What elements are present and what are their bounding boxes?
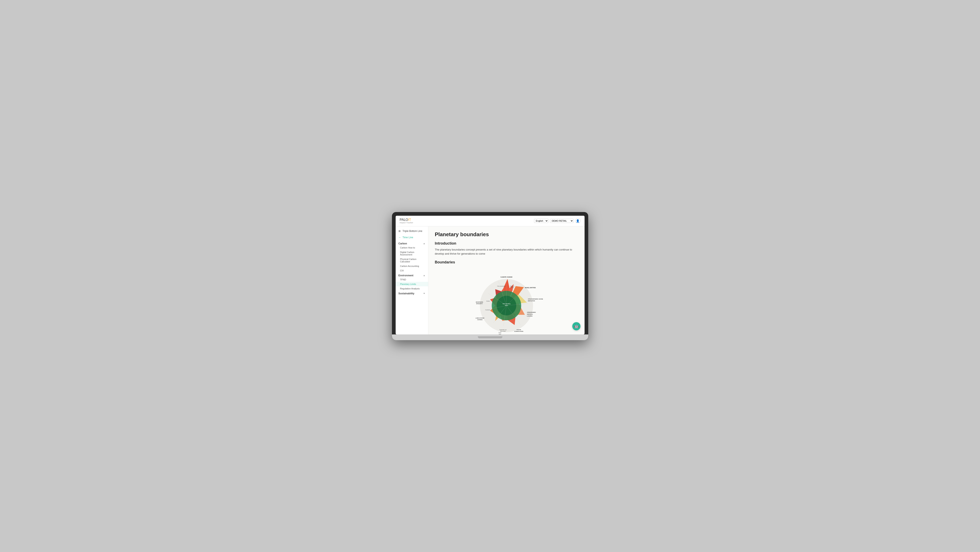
language-select[interactable]: English French German bbox=[534, 219, 548, 223]
sidebar-item-planetary-limits[interactable]: Planetary Limits bbox=[396, 282, 428, 286]
timeline-icon: ～ bbox=[398, 236, 401, 239]
main-content: Planetary boundaries Introduction The pl… bbox=[428, 227, 585, 334]
user-icon[interactable]: 👤 bbox=[575, 218, 581, 223]
svg-text:Radiative: Radiative bbox=[510, 286, 514, 287]
sidebar-section-carbon[interactable]: Carbon ▲ bbox=[396, 241, 428, 246]
sidebar-item-cix[interactable]: CIX bbox=[396, 268, 428, 273]
logo-subtitle: Impact Tracker bbox=[400, 222, 414, 224]
carbon-arrow: ▲ bbox=[423, 242, 425, 244]
logo-palo: PALO bbox=[400, 218, 408, 222]
sidebar-item-carbon-accounting[interactable]: Carbon Accounting bbox=[396, 264, 428, 268]
sidebar-section-environment[interactable]: Environment ▲ bbox=[396, 273, 428, 277]
main-wrapper: Planetary boundaries Introduction The pl… bbox=[428, 227, 585, 334]
svg-text:LOADING: LOADING bbox=[527, 315, 533, 317]
svg-text:BIOSPHERE: BIOSPHERE bbox=[476, 302, 483, 303]
sidebar-item-regulation-analysis[interactable]: Regulation Analysis bbox=[396, 286, 428, 291]
sidebar-item-tfnd[interactable]: TFND bbox=[396, 277, 428, 282]
boundaries-heading: Boundaries bbox=[435, 260, 578, 265]
sidebar: ⊞ Triple Bottom Line ～ Time Line Carbon … bbox=[396, 227, 428, 334]
sidebar-item-digital-carbon[interactable]: Digital Carbon Assessment bbox=[396, 250, 428, 257]
svg-text:AEROSOL: AEROSOL bbox=[527, 314, 533, 315]
sidebar-section-sustainability[interactable]: Sustainability ▼ bbox=[396, 291, 428, 295]
pb-svg: Safe operating space bbox=[463, 268, 549, 334]
svg-text:ACIDIFICATION: ACIDIFICATION bbox=[514, 331, 523, 332]
chatbot-icon: 🤖 bbox=[574, 324, 579, 329]
svg-text:INTEGRITY: INTEGRITY bbox=[476, 303, 482, 304]
intro-heading: Introduction bbox=[435, 241, 578, 246]
svg-text:(Blue water): (Blue water) bbox=[500, 330, 506, 332]
svg-text:ATMOSPHERIC: ATMOSPHERIC bbox=[527, 312, 536, 313]
svg-text:NOVEL ENTITIES: NOVEL ENTITIES bbox=[525, 287, 536, 289]
chatbot-button[interactable]: 🤖 bbox=[572, 322, 581, 330]
sustainability-arrow: ▼ bbox=[423, 292, 425, 295]
sidebar-item-timeline[interactable]: ～ Time Line bbox=[396, 234, 428, 241]
svg-text:CHANGE: CHANGE bbox=[477, 319, 482, 320]
svg-text:Green: Green bbox=[498, 332, 501, 333]
org-select[interactable]: DEMO RETAIL DEMO FASHION bbox=[550, 219, 574, 223]
svg-text:CLIMATE CHANGE: CLIMATE CHANGE bbox=[500, 276, 512, 278]
sidebar-item-carbon-how-to[interactable]: Carbon How to bbox=[396, 246, 428, 250]
svg-text:STRATOSPHERIC OZONE: STRATOSPHERIC OZONE bbox=[528, 298, 543, 300]
logo: PALOIT Impact Tracker bbox=[400, 218, 414, 224]
page-title: Planetary boundaries bbox=[435, 231, 578, 238]
sidebar-item-physical-carbon[interactable]: Physical Carbon Calculator bbox=[396, 257, 428, 264]
svg-text:OCEAN: OCEAN bbox=[517, 329, 521, 330]
environment-arrow: ▲ bbox=[423, 274, 425, 276]
triple-bottom-line-icon: ⊞ bbox=[398, 230, 401, 233]
svg-text:Functional: Functional bbox=[485, 309, 490, 311]
svg-text:forcing: forcing bbox=[511, 287, 514, 288]
header-right: English French German DEMO RETAIL DEMO F… bbox=[534, 218, 581, 223]
svg-text:Genetic: Genetic bbox=[486, 300, 490, 302]
logo-it: IT bbox=[408, 218, 411, 222]
app-header: PALOIT Impact Tracker English French Ger… bbox=[396, 216, 585, 227]
svg-text:Freshwater use: Freshwater use bbox=[499, 329, 506, 330]
planetary-boundaries-chart: Safe operating space bbox=[435, 268, 578, 334]
app-body: ⊞ Triple Bottom Line ～ Time Line Carbon … bbox=[396, 227, 585, 334]
svg-text:water: water bbox=[498, 333, 501, 334]
sidebar-item-triple-bottom-line[interactable]: ⊞ Triple Bottom Line bbox=[396, 228, 428, 234]
svg-text:CO₂ concentration: CO₂ concentration bbox=[497, 286, 506, 287]
intro-text: The planetary boundaries concept present… bbox=[435, 248, 578, 256]
svg-text:LAND SYSTEM: LAND SYSTEM bbox=[476, 317, 484, 319]
svg-text:DEPLETION: DEPLETION bbox=[528, 300, 535, 302]
